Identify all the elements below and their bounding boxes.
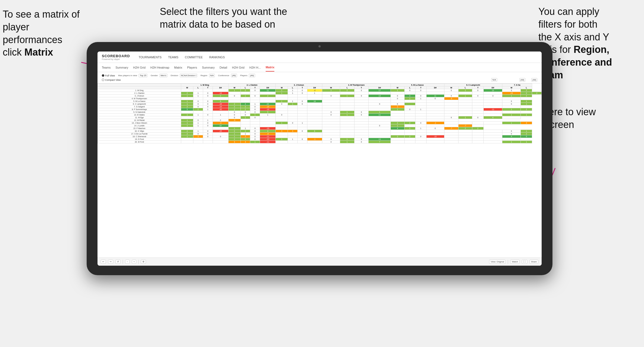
matrix-cell	[391, 130, 404, 133]
nav-rankings[interactable]: RANKINGS	[209, 56, 225, 59]
players-select[interactable]: (All)	[249, 74, 255, 77]
matrix-cell: 1	[193, 95, 203, 97]
matrix-cell	[260, 92, 276, 95]
ann-right-l2: filters for both	[538, 19, 597, 30]
matrix-cell: 1	[404, 127, 415, 130]
toolbar-fullscreen[interactable]: ⛶	[522, 260, 527, 264]
matrix-cell: -11	[260, 141, 276, 143]
row-label: 10. B Valdes	[98, 114, 181, 116]
matrix-cell	[307, 95, 322, 97]
matrix-cell: 7	[369, 141, 391, 143]
division-select[interactable]: NCAA Division I	[180, 74, 197, 77]
matrix-cell	[340, 108, 354, 111]
tab-matrix-active[interactable]: Matrix	[266, 63, 274, 72]
matrix-cell: 0	[250, 130, 260, 133]
nav-committee[interactable]: COMMITTEE	[185, 56, 203, 59]
matrix-cell: 2	[193, 108, 203, 111]
matrix-cell: 1	[288, 138, 298, 141]
matrix-cell	[213, 89, 228, 92]
gender-select[interactable]: Men's	[160, 74, 167, 77]
matrix-cell: 0	[250, 89, 260, 92]
tab-h2h-h[interactable]: H2H H...	[249, 64, 261, 71]
matrix-cell	[340, 127, 354, 130]
matrix-cell: 11	[426, 95, 444, 97]
matrix-cell	[415, 116, 426, 119]
sh-d-4: Dif	[369, 86, 391, 89]
matrix-cell: 1	[502, 95, 521, 97]
matrix-cell	[426, 130, 444, 133]
matrix-cell	[322, 133, 340, 135]
matrix-cell: 1	[458, 89, 472, 92]
nav-teams[interactable]: TEAMS	[168, 56, 178, 59]
toolbar-share[interactable]: Share	[529, 260, 538, 264]
region-select[interactable]: N/A	[209, 74, 215, 77]
conference-select[interactable]: (All)	[231, 74, 237, 77]
tab-h2h-heatmap[interactable]: H2H Heatmap	[150, 64, 169, 71]
toolbar-settings[interactable]: ⚙	[141, 260, 146, 264]
matrix-cell: 0	[297, 92, 307, 95]
matrix-cell: 2	[521, 133, 532, 135]
matrix-cell: 1	[521, 130, 532, 133]
matrix-cell	[203, 138, 213, 141]
matrix-cell	[472, 130, 484, 133]
matrix-cell	[415, 133, 426, 135]
matrix-cell	[322, 127, 340, 130]
annotation-center: Select the filters you want the matrix d…	[160, 5, 290, 31]
matrix-cell	[240, 97, 250, 100]
matrix-cell: 0	[240, 111, 250, 114]
toolbar-undo[interactable]: ↩	[101, 260, 106, 264]
sh-t-5: T	[415, 86, 426, 89]
matrix-cell: 0	[415, 95, 426, 97]
matrix-cell	[444, 122, 458, 124]
matrix-cell: 0	[369, 103, 391, 105]
toolbar-refresh[interactable]: ↺	[115, 260, 121, 264]
filter-players: Players (All)	[240, 74, 255, 77]
annotation-right: You can apply filters for both the X axi…	[538, 5, 636, 82]
toolbar-redo[interactable]: ↪	[108, 260, 113, 264]
tab-players[interactable]: Players	[187, 64, 197, 71]
tab-summary-2[interactable]: Summary	[202, 64, 215, 71]
matrix-cell: 4	[404, 95, 415, 97]
matrix-cell	[260, 124, 276, 127]
matrix-cell	[426, 116, 444, 119]
toolbar-watch[interactable]: Watch	[510, 260, 519, 264]
row-label: 20. M Ford	[98, 141, 181, 143]
sh-d-6: Dif	[484, 86, 502, 89]
players-select-2[interactable]: (All)	[531, 78, 537, 82]
matrix-cell: 0	[502, 133, 521, 135]
region-select-2[interactable]: N/A	[491, 78, 497, 82]
matrix-cell: 1	[391, 89, 404, 92]
radio-full-view[interactable]: Full View	[102, 74, 115, 77]
nav-tournaments[interactable]: TOURNAMENTS	[139, 56, 162, 59]
tab-detail[interactable]: Detail	[220, 64, 227, 71]
matrix-cell: 1	[340, 138, 354, 141]
matrix-cell: 1	[181, 119, 193, 122]
radio-compact-view[interactable]: Compact View	[102, 79, 121, 81]
matrix-cell: 2	[521, 108, 532, 111]
matrix-cell: 2	[228, 138, 240, 141]
matrix-cell	[340, 105, 354, 108]
tab-h2h-grid-1[interactable]: H2H Grid	[133, 64, 145, 71]
matrix-cell: 2	[240, 108, 250, 111]
matrix-content[interactable]: 1. W Ding 2. L Clanton 3. J Koivun 4. M …	[97, 83, 542, 258]
tab-matrix-1[interactable]: Matrix	[174, 64, 182, 71]
toolbar-view[interactable]: View: Original	[489, 260, 506, 264]
row-label: 18. C Sherwood	[98, 135, 181, 138]
matrix-cell	[193, 97, 203, 100]
conference-select-2[interactable]: (All)	[519, 78, 525, 82]
matrix-cell	[415, 100, 426, 103]
toolbar-zoom-in[interactable]: +	[132, 260, 136, 264]
matrix-cell: 3	[391, 105, 404, 108]
matrix-cell: 1	[181, 95, 193, 97]
row-label: 12. M Riedel	[98, 119, 181, 122]
sh-l-1: L	[193, 86, 203, 89]
tab-teams[interactable]: Teams	[102, 64, 110, 71]
toolbar-zoom-out[interactable]: −	[125, 260, 130, 264]
matrix-cell: 0	[228, 114, 240, 116]
matrix-cell: 1	[276, 92, 288, 95]
matrix-cell	[484, 114, 502, 116]
tab-summary-1[interactable]: Summary	[115, 64, 128, 71]
max-players-select[interactable]: Top 25	[139, 74, 147, 77]
tab-h2h-grid-2[interactable]: H2H Grid	[232, 64, 245, 71]
matrix-cell	[203, 116, 213, 119]
